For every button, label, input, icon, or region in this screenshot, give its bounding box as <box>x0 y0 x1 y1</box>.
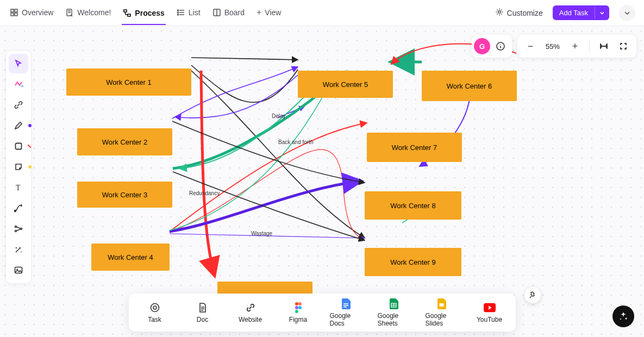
svg-point-32 <box>15 210 16 212</box>
tool-ai-shape[interactable]: + <box>9 74 28 94</box>
svg-rect-0 <box>11 9 14 12</box>
dock-label: Website <box>239 316 262 323</box>
dock-label: Task <box>148 316 161 323</box>
zoom-pill: − 55% + <box>517 35 636 58</box>
tool-sticky[interactable] <box>9 157 28 177</box>
svg-point-7 <box>177 10 178 11</box>
tab-list[interactable]: List <box>176 2 202 24</box>
doc-icon <box>197 302 209 314</box>
dock-task[interactable]: Task <box>139 302 171 323</box>
tab-label: Process <box>135 9 164 17</box>
node-label: Work Center 2 <box>102 138 148 146</box>
tab-add-view[interactable]: + View <box>255 1 282 25</box>
svg-rect-36 <box>15 267 22 273</box>
node-wc4a[interactable]: Work Center 4 <box>91 244 170 271</box>
tool-link[interactable] <box>9 95 28 115</box>
add-task-dropdown[interactable] <box>595 7 609 19</box>
add-task-label: Add Task <box>553 5 595 20</box>
dock-label: Figma <box>289 316 307 323</box>
gsheets-icon <box>388 298 400 310</box>
zoom-value: 55% <box>542 42 563 51</box>
task-icon <box>149 302 161 314</box>
svg-point-18 <box>295 306 298 309</box>
svg-point-13 <box>500 44 501 45</box>
add-task-button[interactable]: Add Task <box>553 5 609 20</box>
svg-point-16 <box>295 302 298 305</box>
dock-label: Google Slides <box>426 312 458 327</box>
node-wc7[interactable]: Work Center 7 <box>367 133 462 162</box>
svg-point-35 <box>21 228 22 230</box>
node-wc1[interactable]: Work Center 1 <box>66 68 191 96</box>
tab-process[interactable]: Process <box>122 1 165 25</box>
gdocs-icon <box>340 298 352 310</box>
tab-welcome[interactable]: Welcome! <box>64 2 112 24</box>
svg-point-20 <box>295 310 298 313</box>
tab-label: Overview <box>22 8 53 17</box>
tool-magic[interactable] <box>9 240 28 259</box>
node-wc6[interactable]: Work Center 6 <box>422 71 517 101</box>
svg-rect-23 <box>343 307 347 308</box>
node-wc5[interactable]: Work Center 5 <box>298 71 393 98</box>
dock-gdocs[interactable]: Google Docs <box>330 298 362 327</box>
tool-pen[interactable] <box>9 116 28 135</box>
gear-icon <box>495 8 504 18</box>
node-wc2[interactable]: Work Center 2 <box>77 128 172 155</box>
pin-dock-button[interactable] <box>524 287 541 303</box>
dock-gsheets[interactable]: Google Sheets <box>378 298 410 327</box>
info-button[interactable] <box>492 38 509 54</box>
node-label: Work Center 8 <box>390 202 436 210</box>
tab-overview[interactable]: Overview <box>9 2 54 24</box>
svg-rect-21 <box>343 303 348 304</box>
svg-point-11 <box>498 11 500 13</box>
edge-label-wastage: Wastage <box>251 230 272 236</box>
svg-text:+: + <box>21 83 24 89</box>
avatar[interactable]: G <box>474 38 490 54</box>
left-toolbar: + T <box>5 50 32 284</box>
customize-label: Customize <box>507 9 543 17</box>
svg-point-33 <box>15 226 17 228</box>
whiteboard-canvas[interactable]: Work Center 1 Work Center 2 Work Center … <box>0 26 644 337</box>
node-label: Work Center 6 <box>447 82 492 90</box>
tool-tree[interactable] <box>9 219 28 239</box>
zoom-out-button[interactable]: − <box>523 39 538 54</box>
node-wc3[interactable]: Work Center 3 <box>77 182 172 208</box>
tab-label: Board <box>224 8 245 17</box>
youtube-icon <box>484 302 496 314</box>
tool-image[interactable] <box>9 260 28 280</box>
gslides-icon <box>436 298 448 310</box>
svg-rect-6 <box>128 14 130 16</box>
dock-doc[interactable]: Doc <box>186 302 219 323</box>
node-wc9[interactable]: Work Center 9 <box>365 248 461 276</box>
dock-label: YouTube <box>477 316 502 323</box>
svg-rect-22 <box>343 305 348 306</box>
svg-point-14 <box>151 304 159 312</box>
tool-text[interactable]: T <box>9 178 28 197</box>
dock-label: Google Sheets <box>378 312 410 327</box>
svg-point-27 <box>626 318 627 320</box>
tool-rect[interactable] <box>9 136 28 156</box>
overview-icon <box>10 8 18 17</box>
dock-label: Google Docs <box>330 312 362 327</box>
svg-point-9 <box>177 14 178 15</box>
customize-button[interactable]: Customize <box>495 8 543 18</box>
tab-label: List <box>189 8 201 17</box>
tab-board[interactable]: Board <box>211 2 246 24</box>
node-label: Work Center 3 <box>102 191 148 199</box>
dock-youtube[interactable]: YouTube <box>473 302 506 323</box>
fit-width-button[interactable] <box>596 39 611 54</box>
tool-cursor[interactable] <box>9 54 28 73</box>
ai-fab-button[interactable] <box>612 305 634 327</box>
fullscreen-button[interactable] <box>616 39 631 54</box>
dock-website[interactable]: Website <box>234 302 267 323</box>
more-menu-button[interactable] <box>619 5 635 21</box>
dock-gslides[interactable]: Google Slides <box>426 298 458 327</box>
svg-point-34 <box>15 230 17 232</box>
edge-label-back-and-forth: Back and forth <box>278 139 313 145</box>
node-wc8[interactable]: Work Center 8 <box>365 191 461 220</box>
tool-connector[interactable] <box>9 198 28 218</box>
svg-rect-2 <box>11 13 14 16</box>
insert-dock: Task Doc Website Figma Google Docs Googl… <box>129 294 516 332</box>
list-icon <box>177 8 185 17</box>
dock-figma[interactable]: Figma <box>282 302 315 323</box>
zoom-in-button[interactable]: + <box>567 39 583 54</box>
